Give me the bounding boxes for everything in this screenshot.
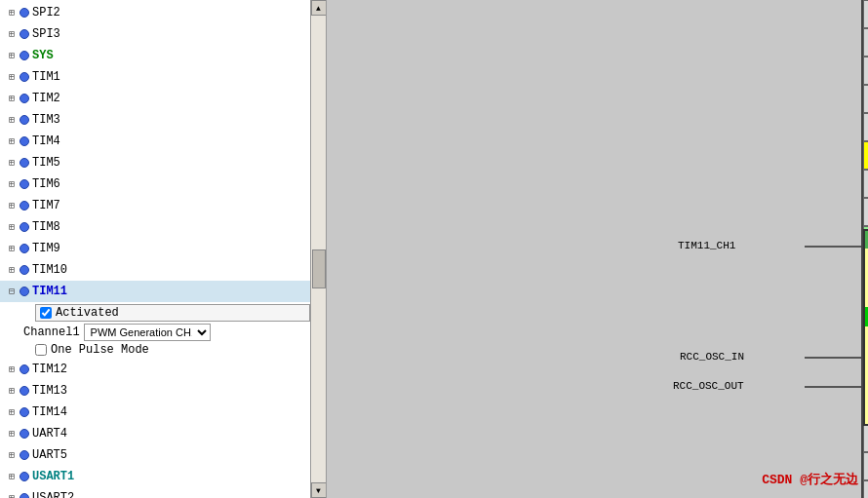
pin-pc2[interactable]: PC2 xyxy=(863,480,868,498)
expand-icon-tim14: ⊞ xyxy=(4,404,20,420)
tree-item-tim8[interactable]: ⊞ TIM8 xyxy=(0,216,310,238)
tim11-activated-row: Activated xyxy=(35,304,310,322)
dot-tim3 xyxy=(20,115,29,125)
expand-icon-usart1: ⊞ xyxy=(4,469,20,484)
pin-pf1[interactable]: PF1 xyxy=(863,0,868,28)
tree-item-usart2[interactable]: ⊞ USART2 xyxy=(0,487,310,498)
label-spi3: SPI3 xyxy=(32,27,60,41)
dot-tim13 xyxy=(20,386,29,396)
tree-item-tim2[interactable]: ⊞ TIM2 xyxy=(0,88,310,109)
pin-pf2[interactable]: PF2 xyxy=(863,28,868,57)
tree-item-tim6[interactable]: ⊞ TIM6 xyxy=(0,173,310,195)
tree-item-uart4[interactable]: ⊞ UART4 xyxy=(0,423,310,444)
label-tim6: TIM6 xyxy=(32,177,60,191)
watermark: CSDN @行之无边 xyxy=(762,471,858,488)
tree-item-spi3[interactable]: ⊞ SPI3 xyxy=(0,23,310,45)
label-tim9: TIM9 xyxy=(32,242,60,255)
label-tim3: TIM3 xyxy=(32,113,60,127)
dot-sys xyxy=(20,51,29,60)
dot-spi2 xyxy=(20,8,29,18)
pin-vdd[interactable]: VDD xyxy=(863,170,868,198)
right-panel: TIM11_CH1 RCC_OSC_IN RCC_OSC_OUT PF1 PF2… xyxy=(327,0,868,498)
tree-item-tim11[interactable]: ⊟ TIM11 xyxy=(0,281,310,302)
expand-icon-tim7: ⊞ xyxy=(4,198,20,213)
expand-icon-uart4: ⊞ xyxy=(4,426,20,441)
tim11-activated-checkbox[interactable] xyxy=(40,307,52,319)
label-uart5: UART5 xyxy=(32,448,67,462)
left-signal-labels: TIM11_CH1 RCC_OSC_IN RCC_OSC_OUT xyxy=(327,0,853,498)
dot-tim8 xyxy=(20,222,29,232)
tree-item-tim9[interactable]: ⊞ TIM9 xyxy=(0,238,310,259)
tree-item-tim13[interactable]: ⊞ TIM13 xyxy=(0,380,310,402)
tree-container: ⊞ SPI2 ⊞ SPI3 ⊞ SYS ⊞ TIM1 ⊞ TIM2 xyxy=(0,0,326,498)
pin-pc1[interactable]: PC1 xyxy=(863,452,868,480)
tim11-pulse-label: One Pulse Mode xyxy=(51,343,149,357)
label-tim7: TIM7 xyxy=(32,199,60,212)
tree-item-tim3[interactable]: ⊞ TIM3 xyxy=(0,109,310,131)
channel-select[interactable]: PWM Generation CH1 xyxy=(84,324,211,341)
scroll-track xyxy=(311,16,327,482)
tim11-activated-label: Activated xyxy=(56,306,119,320)
dot-tim9 xyxy=(20,244,29,253)
dot-usart2 xyxy=(20,493,29,498)
tim11-channel-row: Channel1 PWM Generation CH1 xyxy=(23,324,310,341)
dot-tim1 xyxy=(20,72,29,82)
label-tim4: TIM4 xyxy=(32,134,60,148)
pin-pf6[interactable]: PF6 xyxy=(863,198,868,226)
tree-item-tim10[interactable]: ⊞ TIM10 xyxy=(0,259,310,281)
expand-icon-tim1: ⊞ xyxy=(4,69,20,85)
expand-icon-uart5: ⊞ xyxy=(4,447,20,463)
expand-icon-tim6: ⊞ xyxy=(4,176,20,192)
dot-tim6 xyxy=(20,179,29,189)
dot-tim10 xyxy=(20,265,29,275)
tree-item-tim12[interactable]: ⊞ TIM12 xyxy=(0,359,310,380)
tim11-ch1-line xyxy=(805,246,863,248)
pin-pf5[interactable]: PF5 xyxy=(863,113,868,141)
scroll-thumb[interactable] xyxy=(312,249,326,288)
pin-vss[interactable]: VSS xyxy=(863,141,868,170)
label-spi2: SPI2 xyxy=(32,6,60,19)
expand-icon-spi2: ⊞ xyxy=(4,5,20,20)
label-tim2: TIM2 xyxy=(32,92,60,105)
expand-icon-tim10: ⊞ xyxy=(4,262,20,278)
left-panel: ⊞ SPI2 ⊞ SPI3 ⊞ SYS ⊞ TIM1 ⊞ TIM2 xyxy=(0,0,327,498)
label-usart2: USART2 xyxy=(32,491,74,498)
label-tim5: TIM5 xyxy=(32,156,60,170)
rcc-osc-in-line xyxy=(805,357,863,359)
label-tim10: TIM10 xyxy=(32,263,67,277)
rcc-osc-in-signal-label: RCC_OSC_IN xyxy=(680,351,744,363)
tim11-pulse-row: One Pulse Mode xyxy=(35,343,310,357)
tree-item-tim4[interactable]: ⊞ TIM4 xyxy=(0,131,310,152)
tree-item-tim1[interactable]: ⊞ TIM1 xyxy=(0,66,310,88)
label-uart4: UART4 xyxy=(32,427,67,441)
tree-item-tim14[interactable]: ⊞ TIM14 xyxy=(0,402,310,423)
dot-uart4 xyxy=(20,429,29,439)
pin-pf3[interactable]: PF3 xyxy=(863,57,868,85)
label-tim1: TIM1 xyxy=(32,70,60,84)
tree-item-uart5[interactable]: ⊞ UART5 xyxy=(0,444,310,466)
scroll-down-button[interactable]: ▼ xyxy=(311,482,327,498)
dot-tim11 xyxy=(20,287,29,296)
expand-icon-tim13: ⊞ xyxy=(4,383,20,399)
tim11-pulse-checkbox[interactable] xyxy=(35,344,47,356)
tim11-ch1-signal-label: TIM11_CH1 xyxy=(678,240,735,251)
tree-item-tim7[interactable]: ⊞ TIM7 xyxy=(0,195,310,216)
scroll-up-button[interactable]: ▲ xyxy=(311,0,327,16)
expand-icon-usart2: ⊞ xyxy=(4,490,20,498)
pin-pc0[interactable]: PC0 xyxy=(863,424,868,452)
dot-tim14 xyxy=(20,407,29,417)
expand-icon-tim4: ⊞ xyxy=(4,134,20,149)
expand-icon-tim5: ⊞ xyxy=(4,155,20,171)
tree-item-sys[interactable]: ⊞ SYS xyxy=(0,45,310,66)
tree-item-spi2[interactable]: ⊞ SPI2 xyxy=(0,2,310,23)
label-tim8: TIM8 xyxy=(32,220,60,234)
dot-tim5 xyxy=(20,158,29,168)
tree-item-usart1[interactable]: ⊞ USART1 xyxy=(0,466,310,487)
pin-pf4[interactable]: PF4 xyxy=(863,85,868,113)
tree-item-tim5[interactable]: ⊞ TIM5 xyxy=(0,152,310,173)
tree-scrollbar[interactable]: ▲ ▼ xyxy=(310,0,326,498)
label-tim11: TIM11 xyxy=(32,285,67,298)
expand-icon-tim9: ⊞ xyxy=(4,241,20,256)
expand-icon-tim8: ⊞ xyxy=(4,219,20,235)
dot-uart5 xyxy=(20,450,29,460)
